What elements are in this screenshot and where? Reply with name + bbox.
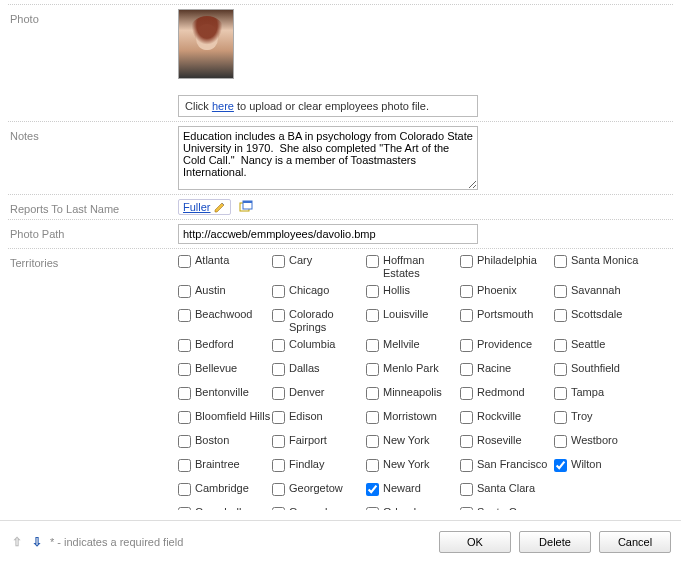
territory-checkbox[interactable] bbox=[554, 255, 567, 268]
territory-checkbox[interactable] bbox=[554, 309, 567, 322]
territory-checkbox[interactable] bbox=[554, 387, 567, 400]
employee-photo[interactable] bbox=[178, 9, 234, 79]
territory-label[interactable]: Bentonville bbox=[195, 386, 249, 399]
territory-checkbox[interactable] bbox=[554, 411, 567, 424]
territory-label[interactable]: Rockville bbox=[477, 410, 521, 423]
territory-label[interactable]: Cary bbox=[289, 254, 312, 267]
territory-label[interactable]: Bloomfield Hills bbox=[195, 410, 270, 423]
territory-checkbox[interactable] bbox=[178, 309, 191, 322]
territory-label[interactable]: Beachwood bbox=[195, 308, 253, 321]
territory-label[interactable]: Colorado Springs bbox=[289, 308, 366, 334]
territory-label[interactable]: Providence bbox=[477, 338, 532, 351]
territory-label[interactable]: Georgetow bbox=[289, 482, 343, 495]
territory-checkbox[interactable] bbox=[366, 459, 379, 472]
territory-label[interactable]: Columbia bbox=[289, 338, 335, 351]
territory-label[interactable]: Morristown bbox=[383, 410, 437, 423]
territory-checkbox[interactable] bbox=[554, 435, 567, 448]
territory-checkbox[interactable] bbox=[366, 507, 379, 510]
territory-label[interactable]: Mellvile bbox=[383, 338, 420, 351]
territory-label[interactable]: Bedford bbox=[195, 338, 234, 351]
territory-checkbox[interactable] bbox=[272, 459, 285, 472]
territory-checkbox[interactable] bbox=[178, 507, 191, 510]
territory-checkbox[interactable] bbox=[178, 459, 191, 472]
territory-label[interactable]: Philadelphia bbox=[477, 254, 537, 267]
territory-checkbox[interactable] bbox=[366, 435, 379, 448]
territory-checkbox[interactable] bbox=[460, 507, 473, 510]
territory-checkbox[interactable] bbox=[460, 363, 473, 376]
territory-checkbox[interactable] bbox=[178, 411, 191, 424]
territory-label[interactable]: Edison bbox=[289, 410, 323, 423]
territory-label[interactable]: Braintree bbox=[195, 458, 240, 471]
territory-label[interactable]: Troy bbox=[571, 410, 593, 423]
territory-label[interactable]: Scottsdale bbox=[571, 308, 622, 321]
territory-label[interactable]: Santa Monica bbox=[571, 254, 638, 267]
territory-checkbox[interactable] bbox=[178, 387, 191, 400]
territory-checkbox[interactable] bbox=[178, 363, 191, 376]
territory-checkbox[interactable] bbox=[272, 387, 285, 400]
territory-label[interactable]: Dallas bbox=[289, 362, 320, 375]
ok-button[interactable]: OK bbox=[439, 531, 511, 553]
territory-checkbox[interactable] bbox=[178, 483, 191, 496]
territory-checkbox[interactable] bbox=[178, 285, 191, 298]
notes-textarea[interactable] bbox=[178, 126, 478, 190]
territory-checkbox[interactable] bbox=[366, 387, 379, 400]
delete-button[interactable]: Delete bbox=[519, 531, 591, 553]
territory-label[interactable]: Southfield bbox=[571, 362, 620, 375]
territory-label[interactable]: Campbell bbox=[195, 506, 241, 510]
territory-checkbox[interactable] bbox=[460, 285, 473, 298]
territory-label[interactable]: Neward bbox=[383, 482, 421, 495]
territory-label[interactable]: Bellevue bbox=[195, 362, 237, 375]
territory-checkbox[interactable] bbox=[554, 285, 567, 298]
territory-label[interactable]: Santa Cruz bbox=[477, 506, 532, 510]
territory-label[interactable]: Orlando bbox=[383, 506, 422, 510]
territory-checkbox[interactable] bbox=[554, 339, 567, 352]
territory-checkbox[interactable] bbox=[178, 435, 191, 448]
territory-checkbox[interactable] bbox=[178, 255, 191, 268]
territory-checkbox[interactable] bbox=[366, 483, 379, 496]
territory-label[interactable]: Santa Clara bbox=[477, 482, 535, 495]
territory-label[interactable]: Minneapolis bbox=[383, 386, 442, 399]
territory-label[interactable]: Hollis bbox=[383, 284, 410, 297]
territory-checkbox[interactable] bbox=[366, 309, 379, 322]
territory-label[interactable]: Denver bbox=[289, 386, 324, 399]
territory-label[interactable]: Portsmouth bbox=[477, 308, 533, 321]
territory-label[interactable]: Menlo Park bbox=[383, 362, 439, 375]
upload-link[interactable]: here bbox=[212, 100, 234, 112]
territory-label[interactable]: Roseville bbox=[477, 434, 522, 447]
arrow-down-icon[interactable]: ⇩ bbox=[30, 535, 44, 549]
territory-checkbox[interactable] bbox=[460, 339, 473, 352]
territory-checkbox[interactable] bbox=[460, 255, 473, 268]
reports-to-link[interactable]: Fuller bbox=[183, 201, 211, 213]
territory-checkbox[interactable] bbox=[460, 309, 473, 322]
territory-label[interactable]: Boston bbox=[195, 434, 229, 447]
territory-label[interactable]: Tampa bbox=[571, 386, 604, 399]
territory-checkbox[interactable] bbox=[554, 459, 567, 472]
territory-label[interactable]: Findlay bbox=[289, 458, 324, 471]
territory-checkbox[interactable] bbox=[272, 483, 285, 496]
territory-label[interactable]: Wilton bbox=[571, 458, 602, 471]
territory-label[interactable]: Greensboro bbox=[289, 506, 347, 510]
territory-checkbox[interactable] bbox=[272, 363, 285, 376]
territory-checkbox[interactable] bbox=[554, 363, 567, 376]
territory-checkbox[interactable] bbox=[272, 339, 285, 352]
territory-label[interactable]: Fairport bbox=[289, 434, 327, 447]
territory-checkbox[interactable] bbox=[272, 435, 285, 448]
territory-checkbox[interactable] bbox=[366, 339, 379, 352]
territory-checkbox[interactable] bbox=[272, 285, 285, 298]
territory-label[interactable]: Racine bbox=[477, 362, 511, 375]
territory-checkbox[interactable] bbox=[366, 285, 379, 298]
territory-checkbox[interactable] bbox=[272, 507, 285, 510]
photo-path-input[interactable] bbox=[178, 224, 478, 244]
territory-label[interactable]: Austin bbox=[195, 284, 226, 297]
territory-checkbox[interactable] bbox=[272, 255, 285, 268]
territory-label[interactable]: Atlanta bbox=[195, 254, 229, 267]
territory-label[interactable]: New York bbox=[383, 434, 429, 447]
territory-checkbox[interactable] bbox=[460, 387, 473, 400]
territory-checkbox[interactable] bbox=[272, 411, 285, 424]
territory-label[interactable]: Redmond bbox=[477, 386, 525, 399]
territory-label[interactable]: Chicago bbox=[289, 284, 329, 297]
territory-checkbox[interactable] bbox=[460, 483, 473, 496]
territory-label[interactable]: Hoffman Estates bbox=[383, 254, 460, 280]
territory-checkbox[interactable] bbox=[366, 363, 379, 376]
territory-label[interactable]: San Francisco bbox=[477, 458, 547, 471]
